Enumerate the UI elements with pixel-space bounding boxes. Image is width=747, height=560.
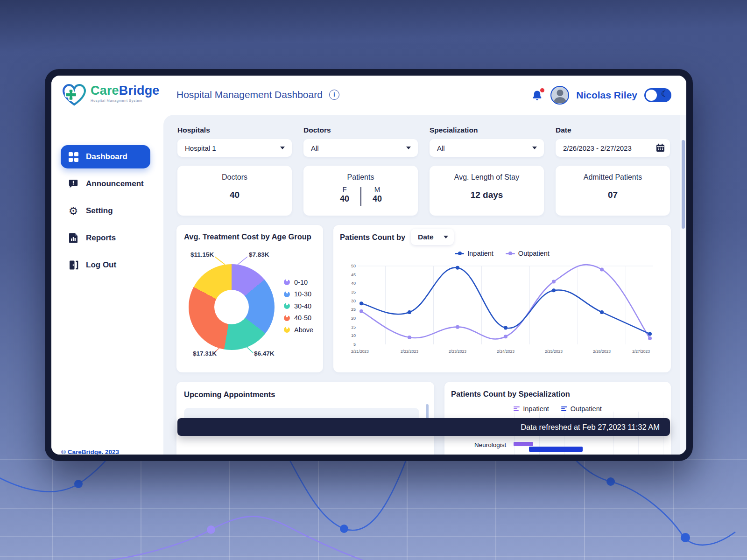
main-scrollbar-track[interactable] xyxy=(680,115,686,455)
divider xyxy=(360,187,361,206)
group-by-dropdown[interactable]: Date xyxy=(411,229,454,245)
svg-text:2/23/2023: 2/23/2023 xyxy=(449,349,466,354)
donut-legend-swatch xyxy=(284,303,290,309)
sidebar-item-announcement[interactable]: Announcement xyxy=(61,172,154,196)
brand-name: CareBridge xyxy=(91,84,160,98)
sidebar-item-logout[interactable]: Log Out xyxy=(61,253,154,277)
svg-text:35: 35 xyxy=(351,290,356,294)
specialization-chart-title: Patients Count by Specialization xyxy=(451,390,570,399)
svg-text:20: 20 xyxy=(351,316,356,321)
report-document-icon xyxy=(68,233,79,243)
doctors-dropdown[interactable]: All xyxy=(303,139,418,157)
dark-mode-toggle[interactable]: ☾ xyxy=(644,88,671,102)
donut-legend-item[interactable]: 0-10 xyxy=(284,276,313,288)
appointments-title: Upcoming Appointments xyxy=(184,390,275,399)
filter-label-doctors: Doctors xyxy=(303,126,418,134)
spec-bar-outpatient[interactable] xyxy=(529,447,583,452)
svg-text:2/21/2023: 2/21/2023 xyxy=(351,349,369,354)
chevron-down-icon xyxy=(532,147,537,149)
donut-legend-item[interactable]: 30-40 xyxy=(284,300,313,312)
donut-legend: 0-10 10-30 30-40 40-50 Above xyxy=(284,276,313,336)
chevron-down-icon xyxy=(406,147,411,149)
gear-icon: ⚙ xyxy=(68,206,79,216)
spec-legend-item[interactable]: Inpatient xyxy=(514,405,549,413)
line-legend-marker xyxy=(455,251,464,256)
dashboard-grid-icon xyxy=(68,152,79,162)
group-by-value: Date xyxy=(418,233,434,241)
hospitals-dropdown[interactable]: Hospital 1 xyxy=(177,139,292,157)
donut-legend-item[interactable]: 10-30 xyxy=(284,288,313,301)
stat-value: 07 xyxy=(556,190,670,200)
patients-count-card: Patients Count by Date Inpatient Outpati… xyxy=(333,225,671,372)
stat-card-length-of-stay: Avg. Length of Stay 12 days xyxy=(430,166,544,216)
sidebar-item-label: Dashboard xyxy=(86,152,127,161)
chevron-down-icon xyxy=(444,236,448,238)
info-icon[interactable]: i xyxy=(329,90,339,100)
notification-bell-icon[interactable] xyxy=(531,89,543,102)
donut-legend-item[interactable]: Above xyxy=(284,324,313,336)
date-range-value: 2/26/2023 - 2/27/2023 xyxy=(563,144,632,152)
calendar-icon xyxy=(656,143,665,152)
filter-label-hospitals: Hospitals xyxy=(177,126,292,134)
svg-text:2/25/2023: 2/25/2023 xyxy=(545,349,563,354)
svg-text:25: 25 xyxy=(351,307,356,312)
svg-text:15: 15 xyxy=(351,325,356,329)
data-refresh-toast: Data refreshed at Feb 27,2023 11:32 AM xyxy=(177,418,670,436)
stat-card-admitted-patients: Admitted Patients 07 xyxy=(556,166,670,216)
svg-text:2/24/2023: 2/24/2023 xyxy=(497,349,514,354)
line-legend-item[interactable]: Inpatient xyxy=(455,250,493,257)
bar-chart-icon xyxy=(514,406,520,412)
spec-category-label: Neurologist xyxy=(474,441,506,448)
brand-tagline: Hospital Managment System xyxy=(91,98,160,103)
toggle-knob xyxy=(646,90,657,101)
donut-legend-swatch xyxy=(284,291,290,297)
svg-text:2/26/2023: 2/26/2023 xyxy=(593,349,611,354)
svg-text:2/22/2023: 2/22/2023 xyxy=(401,349,418,354)
svg-text:5: 5 xyxy=(353,342,356,347)
male-count: 40 xyxy=(368,194,387,204)
app-surface: CareBridge Hospital Managment System Hos… xyxy=(51,76,686,455)
brand-care: Care xyxy=(91,84,119,98)
bar-chart-icon xyxy=(561,406,567,412)
stat-title: Avg. Length of Stay xyxy=(430,173,544,182)
donut-callout: $11.15K xyxy=(190,251,214,258)
stat-title: Admitted Patients xyxy=(556,173,670,182)
line-chart-svg: 51015202530354045502/21/20232/22/20232/2… xyxy=(345,261,663,360)
main-content: Hospitals Hospital 1 Doctors All Special… xyxy=(163,115,686,455)
svg-text:40: 40 xyxy=(351,281,356,286)
svg-text:45: 45 xyxy=(351,273,356,277)
male-label: M xyxy=(368,185,387,193)
stat-value: 40 xyxy=(177,190,292,200)
stat-title: Doctors xyxy=(177,173,292,182)
app-window: CareBridge Hospital Managment System Hos… xyxy=(45,69,693,461)
announcement-icon xyxy=(68,179,79,189)
carebridge-logo-icon xyxy=(60,81,89,108)
logout-door-icon xyxy=(68,260,79,270)
doctors-dropdown-value: All xyxy=(311,144,319,152)
spec-bar-inpatient[interactable] xyxy=(514,442,533,446)
female-count: 40 xyxy=(335,194,354,204)
donut-legend-item[interactable]: 40-50 xyxy=(284,312,313,324)
user-avatar[interactable] xyxy=(550,86,569,105)
sidebar-item-label: Reports xyxy=(86,233,116,243)
spec-legend-item[interactable]: Outpatient xyxy=(561,405,602,413)
sidebar-item-dashboard[interactable]: Dashboard xyxy=(61,145,150,168)
date-range-picker[interactable]: 2/26/2023 - 2/27/2023 xyxy=(556,139,670,157)
donut-callout: $6.47K xyxy=(254,350,275,357)
sidebar-item-setting[interactable]: ⚙ Setting xyxy=(61,199,154,223)
page-title: Hospital Management Dashboard xyxy=(176,89,323,100)
sidebar-item-reports[interactable]: Reports xyxy=(61,226,154,250)
filter-label-date: Date xyxy=(556,126,670,134)
sidebar: Dashboard Announcement ⚙ Setti xyxy=(51,115,163,455)
line-legend-item[interactable]: Outpatient xyxy=(506,250,550,257)
desktop-background: CareBridge Hospital Managment System Hos… xyxy=(0,0,747,560)
line-chart-title: Patients Count by xyxy=(340,233,405,242)
specialization-dropdown[interactable]: All xyxy=(430,139,544,157)
main-scrollbar-thumb[interactable] xyxy=(682,140,685,229)
stat-value: 12 days xyxy=(430,190,544,200)
sidebar-item-label: Log Out xyxy=(86,260,116,270)
svg-text:2/27/2023: 2/27/2023 xyxy=(632,349,650,354)
hospitals-dropdown-value: Hospital 1 xyxy=(185,144,216,152)
donut-callout: $7.83K xyxy=(249,251,269,258)
svg-text:50: 50 xyxy=(351,264,356,268)
